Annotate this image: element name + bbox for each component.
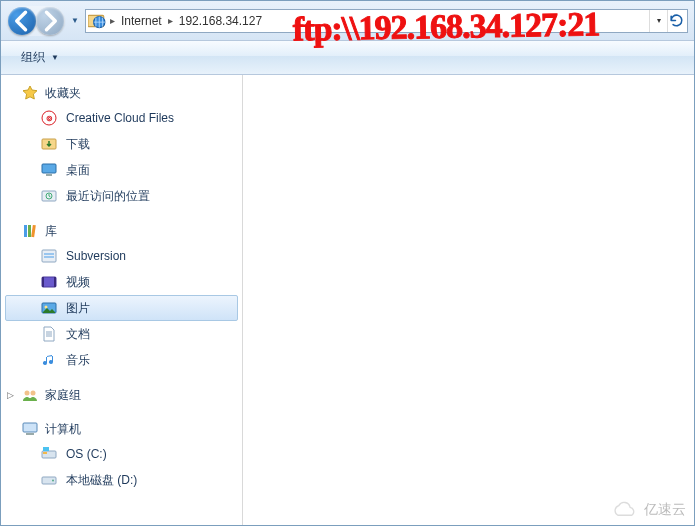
sidebar-item-drive-d[interactable]: 本地磁盘 (D:) xyxy=(1,467,242,493)
item-label: 下载 xyxy=(66,135,90,153)
disclosure-icon[interactable]: ▷ xyxy=(7,390,17,400)
sidebar-header-homegroup[interactable]: ▷ 家庭组 xyxy=(1,383,242,407)
sidebar-item-desktop[interactable]: 桌面 xyxy=(1,157,242,183)
svg-rect-11 xyxy=(31,225,36,237)
desktop-icon xyxy=(40,161,58,179)
svg-point-19 xyxy=(31,391,36,396)
downloads-icon xyxy=(40,135,58,153)
sidebar-group-computer: 计算机 OS (C:) 本地磁盘 (D:) xyxy=(1,417,242,493)
documents-icon xyxy=(40,325,58,343)
back-button[interactable] xyxy=(8,7,36,35)
address-dropdown[interactable]: ▾ xyxy=(649,10,667,32)
svg-rect-6 xyxy=(46,174,52,176)
content-pane[interactable] xyxy=(243,75,694,525)
item-label: 音乐 xyxy=(66,351,90,369)
computer-icon xyxy=(21,420,39,438)
svg-rect-21 xyxy=(26,433,34,435)
sidebar-item-downloads[interactable]: 下载 xyxy=(1,131,242,157)
organize-button[interactable]: 组织 ▼ xyxy=(11,45,69,70)
video-icon xyxy=(40,273,58,291)
group-label: 家庭组 xyxy=(45,387,81,404)
homegroup-icon xyxy=(21,386,39,404)
sidebar-header-favorites[interactable]: 收藏夹 xyxy=(1,81,242,105)
item-label: 桌面 xyxy=(66,161,90,179)
explorer-window: ▼ ▸ Internet ▸ 192.168.34.127 ▾ 组织 ▼ xyxy=(0,0,695,526)
svg-rect-13 xyxy=(42,277,56,287)
group-label: 计算机 xyxy=(45,421,81,438)
address-bar[interactable]: ▸ Internet ▸ 192.168.34.127 ▾ xyxy=(85,9,688,33)
pictures-icon xyxy=(40,299,58,317)
item-label: 图片 xyxy=(66,299,90,317)
organize-label: 组织 xyxy=(21,49,45,66)
sidebar-item-music[interactable]: 音乐 xyxy=(1,347,242,373)
sidebar-header-computer[interactable]: 计算机 xyxy=(1,417,242,441)
svg-point-17 xyxy=(45,306,48,309)
item-label: Creative Cloud Files xyxy=(66,109,174,127)
svg-rect-24 xyxy=(43,447,49,451)
breadcrumb-item[interactable]: 192.168.34.127 xyxy=(175,14,266,28)
item-label: OS (C:) xyxy=(66,445,107,463)
item-label: 视频 xyxy=(66,273,90,291)
breadcrumb-item[interactable]: Internet xyxy=(117,14,166,28)
svg-rect-12 xyxy=(42,250,56,262)
cc-icon: ⊚ xyxy=(40,109,58,127)
nav-history-dropdown[interactable]: ▼ xyxy=(69,16,81,25)
globe-folder-icon xyxy=(88,12,106,30)
toolbar: 组织 ▼ xyxy=(1,41,694,75)
forward-button[interactable] xyxy=(36,7,64,35)
sidebar-item-subversion[interactable]: Subversion xyxy=(1,243,242,269)
item-label: 文档 xyxy=(66,325,90,343)
svg-rect-14 xyxy=(42,277,44,287)
star-icon xyxy=(21,84,39,102)
sidebar-item-recent[interactable]: 最近访问的位置 xyxy=(1,183,242,209)
item-label: Subversion xyxy=(66,247,126,265)
sidebar-item-creative-cloud[interactable]: ⊚ Creative Cloud Files xyxy=(1,105,242,131)
sidebar-group-homegroup: ▷ 家庭组 xyxy=(1,383,242,407)
chevron-down-icon: ▼ xyxy=(51,53,59,62)
nav-row: ▼ ▸ Internet ▸ 192.168.34.127 ▾ xyxy=(1,1,694,41)
sidebar-item-documents[interactable]: 文档 xyxy=(1,321,242,347)
refresh-button[interactable] xyxy=(667,10,685,32)
item-label: 本地磁盘 (D:) xyxy=(66,471,137,489)
svg-point-26 xyxy=(52,480,54,482)
recent-icon xyxy=(40,187,58,205)
svg-rect-23 xyxy=(43,452,47,454)
svg-rect-9 xyxy=(24,225,27,237)
group-label: 库 xyxy=(45,223,57,240)
music-icon xyxy=(40,351,58,369)
sidebar-group-favorites: 收藏夹 ⊚ Creative Cloud Files 下载 桌面 最近访问的位置 xyxy=(1,81,242,209)
svn-icon xyxy=(40,247,58,265)
sidebar-header-libraries[interactable]: 库 xyxy=(1,219,242,243)
svg-text:⊚: ⊚ xyxy=(46,114,53,123)
body: 收藏夹 ⊚ Creative Cloud Files 下载 桌面 最近访问的位置 xyxy=(1,75,694,525)
svg-rect-20 xyxy=(23,423,37,432)
sidebar-item-drive-c[interactable]: OS (C:) xyxy=(1,441,242,467)
library-icon xyxy=(21,222,39,240)
svg-rect-10 xyxy=(28,225,31,237)
chevron-right-icon: ▸ xyxy=(108,15,117,26)
sidebar-item-videos[interactable]: 视频 xyxy=(1,269,242,295)
drive-os-icon xyxy=(40,445,58,463)
sidebar-group-libraries: 库 Subversion 视频 图片 文档 xyxy=(1,219,242,373)
chevron-right-icon: ▸ xyxy=(166,15,175,26)
group-label: 收藏夹 xyxy=(45,85,81,102)
drive-icon xyxy=(40,471,58,489)
svg-rect-5 xyxy=(42,164,56,173)
item-label: 最近访问的位置 xyxy=(66,187,150,205)
navigation-pane[interactable]: 收藏夹 ⊚ Creative Cloud Files 下载 桌面 最近访问的位置 xyxy=(1,75,243,525)
nav-button-group xyxy=(7,6,65,36)
svg-point-18 xyxy=(25,391,30,396)
svg-rect-15 xyxy=(54,277,56,287)
sidebar-item-pictures[interactable]: 图片 xyxy=(5,295,238,321)
